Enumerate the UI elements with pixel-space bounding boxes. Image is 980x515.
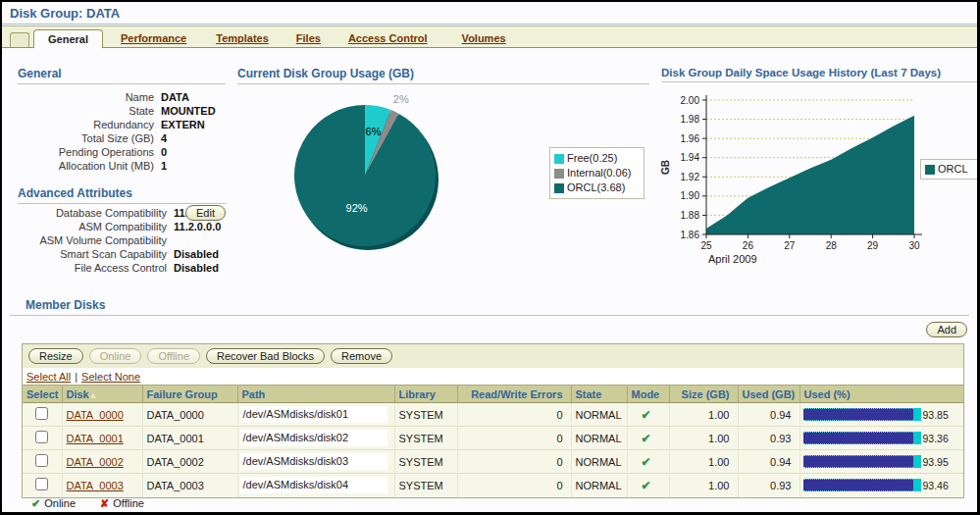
selection-links: Select All|Select None — [23, 368, 963, 385]
legend-label: ORCL(3.68) — [567, 180, 625, 195]
general-field-value: 0 — [161, 146, 167, 158]
svg-text:30: 30 — [908, 240, 920, 251]
col-header-disk[interactable]: Disk▵ — [62, 386, 142, 403]
state-cell: NORMAL — [571, 450, 627, 474]
rw-errors-cell: 0 — [457, 450, 571, 474]
row-checkbox[interactable] — [35, 478, 48, 490]
legend-item: Free(0.25) — [554, 151, 640, 166]
section-divider — [18, 83, 226, 84]
table-row: DATA_0002DATA_0002/dev/ASMdisks/disk03SY… — [23, 450, 963, 474]
used-gb-cell: 0.94 — [738, 450, 799, 474]
failure-group-cell: DATA_0002 — [142, 450, 237, 474]
disk-cell: DATA_0002 — [62, 450, 142, 474]
advanced-field-value: Disabled — [174, 248, 219, 260]
general-field-row: NameDATA — [18, 90, 226, 104]
tab-bar: GeneralPerformanceTemplatesFilesAccess C… — [2, 26, 977, 48]
general-field-value: EXTERN — [161, 119, 205, 130]
table-row: DATA_0000DATA_0000/dev/ASMdisks/disk01SY… — [23, 403, 963, 427]
svg-text:26: 26 — [743, 240, 754, 251]
state-cell: NORMAL — [571, 403, 627, 427]
row-checkbox[interactable] — [35, 407, 48, 420]
legend-item: ORCL — [925, 162, 980, 177]
online-check-icon: ✔ — [632, 432, 651, 445]
used-pct-cell: 93.85 — [799, 403, 963, 427]
general-field-row: RedundancyEXTERN — [18, 118, 226, 131]
disk-cell: DATA_0001 — [62, 427, 142, 450]
used-gb-cell: 0.93 — [738, 427, 799, 450]
recover-bad-blocks-button[interactable]: Recover Bad Blocks — [206, 348, 325, 364]
used-pct-bar-fill — [803, 408, 914, 421]
select-none-link[interactable]: Select None — [81, 371, 140, 383]
disk-cell: DATA_0000 — [62, 403, 142, 427]
used-pct-bar-wrap: 93.36 — [803, 432, 961, 444]
path-cell: /dev/ASMdisks/disk04 — [237, 474, 394, 497]
disk-link[interactable]: DATA_0003 — [67, 480, 124, 491]
legend-label: Internal(0.06) — [567, 166, 631, 180]
edit-button[interactable]: Edit — [185, 205, 226, 221]
table-row: DATA_0003DATA_0003/dev/ASMdisks/disk04SY… — [23, 474, 963, 497]
general-field-label: Total Size (GB) — [18, 131, 154, 145]
size-gb-cell: 1.00 — [669, 427, 738, 450]
disk-link[interactable]: DATA_0001 — [67, 433, 124, 444]
svg-text:1.98: 1.98 — [681, 114, 700, 125]
asm-disk-group-page: Disk Group: DATA GeneralPerformanceTempl… — [0, 0, 980, 515]
svg-text:2%: 2% — [393, 93, 409, 105]
remove-button[interactable]: Remove — [331, 348, 392, 364]
tab-volumes[interactable]: Volumes — [462, 32, 506, 44]
legend-swatch — [925, 165, 935, 175]
advanced-field-row: Smart Scan CapabilityDisabled — [18, 247, 226, 261]
used-pct-cell: 93.36 — [799, 427, 963, 450]
general-field-value: MOUNTED — [161, 105, 216, 117]
table-row: DATA_0001DATA_0001/dev/ASMdisks/disk02SY… — [23, 427, 963, 450]
general-field-label: Allocation Unit (MB) — [18, 159, 154, 173]
resize-button[interactable]: Resize — [28, 348, 83, 364]
add-disk-button[interactable]: Add — [926, 322, 967, 337]
rw-errors-cell: 0 — [457, 427, 571, 450]
select-all-link[interactable]: Select All — [26, 371, 71, 383]
used-pct-bar — [803, 455, 921, 468]
advanced-field-label: ASM Volume Compatibility — [18, 233, 167, 247]
advanced-field-row: ASM Volume Compatibility — [18, 233, 226, 247]
tab-general[interactable]: General — [33, 29, 103, 48]
row-checkbox[interactable] — [35, 431, 48, 443]
library-cell: SYSTEM — [394, 403, 457, 427]
advanced-field-label: Smart Scan Capability — [18, 247, 167, 261]
col-header-size-gb-: Size (GB) — [669, 386, 738, 403]
disk-usage-pie-chart: 6%2%92% — [237, 92, 551, 259]
row-checkbox[interactable] — [35, 454, 48, 467]
area-chart-legend: ORCL — [920, 159, 980, 180]
path-value: /dev/ASMdisks/disk02 — [240, 430, 387, 446]
col-header-state: State — [571, 386, 627, 403]
path-value: /dev/ASMdisks/disk04 — [240, 477, 387, 493]
tab-files[interactable]: Files — [296, 32, 321, 44]
svg-text:28: 28 — [826, 240, 838, 251]
offline-label: Offline — [113, 497, 144, 509]
used-pct-bar-fill — [803, 479, 913, 491]
disk-link[interactable]: DATA_0000 — [67, 409, 124, 421]
general-section: General NameDATAStateMOUNTEDRedundancyEX… — [18, 67, 226, 173]
general-field-row: StateMOUNTED — [18, 104, 226, 118]
path-value: /dev/ASMdisks/disk03 — [240, 453, 387, 470]
mode-legend: ✔Online ✘Offline — [31, 497, 144, 510]
library-cell: SYSTEM — [394, 427, 457, 450]
tab-performance[interactable]: Performance — [121, 32, 186, 44]
used-pct-value: 93.95 — [923, 456, 949, 468]
title-divider — [2, 24, 977, 25]
legend-label: ORCL — [938, 162, 968, 177]
failure-group-cell: DATA_0000 — [142, 403, 237, 427]
tab-access-control[interactable]: Access Control — [348, 32, 428, 44]
general-field-label: Name — [18, 90, 154, 104]
area-chart-title: Disk Group Daily Space Usage History (La… — [661, 67, 980, 78]
disk-usage-pie-section: Current Disk Group Usage (GB) 6%2%92% Fr… — [237, 67, 649, 84]
advanced-field-label: File Access Control — [18, 261, 167, 275]
section-divider — [18, 203, 226, 204]
disk-link[interactable]: DATA_0002 — [67, 456, 124, 468]
member-disks-toolbar: ResizeOnlineOfflineRecover Bad BlocksRem… — [23, 344, 963, 368]
tab-templates[interactable]: Templates — [216, 32, 269, 44]
section-divider — [237, 83, 649, 84]
advanced-field-label: ASM Compatibility — [18, 220, 167, 233]
general-field-value: DATA — [161, 91, 189, 103]
used-pct-cell: 93.95 — [799, 450, 963, 474]
svg-text:1.96: 1.96 — [681, 133, 700, 144]
general-field-label: Redundancy — [18, 118, 154, 131]
